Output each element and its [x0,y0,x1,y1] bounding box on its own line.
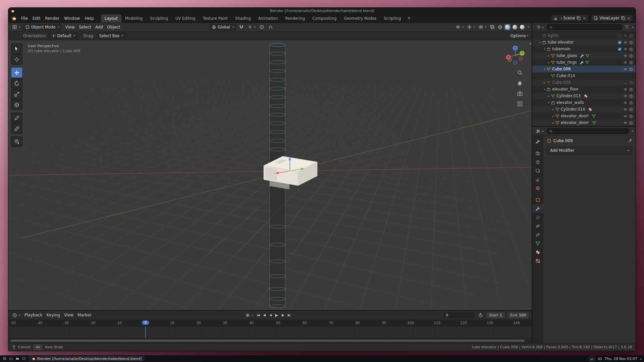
outliner-search-input[interactable] [554,25,620,29]
outliner-row[interactable]: ▸elevator_doorr [532,119,636,126]
properties-tab-constraints[interactable] [532,230,543,239]
viewport-menu-select[interactable]: Select [77,24,93,30]
taskbar-folder-icon[interactable] [15,357,19,361]
options-dropdown[interactable]: Options▾ [511,34,528,38]
outliner-row[interactable]: ▸Cube.010 [532,79,636,86]
outliner-row[interactable]: lights [532,32,636,39]
timeline-editor-type-button[interactable]: ▾ [11,312,21,318]
viewport-menu-object[interactable]: Object [105,24,122,30]
expand-arrow[interactable]: ▸ [551,108,555,111]
jump-to-start-button[interactable]: |◀ [255,312,261,318]
eye-icon[interactable] [623,47,628,51]
tool-measure[interactable] [11,123,22,134]
tool-rotate[interactable] [11,78,22,88]
outliner-row[interactable]: ▸Cylinder.014 [532,106,636,113]
outliner-row[interactable]: Cube.014 [532,72,636,79]
properties-tab-physics[interactable] [532,222,543,230]
workspace-tab-scripting[interactable]: Scripting [380,14,405,22]
expand-arrow[interactable]: ▸ [551,121,555,124]
outliner-filter-dropdown[interactable]: ▾ [632,26,633,29]
tool-annotate[interactable] [11,113,22,123]
timeline-menu-keying[interactable]: Keying [45,312,62,318]
collapse-arrow[interactable]: ▾ [538,41,542,44]
mode-dropdown[interactable]: Object Mode▾ [23,24,61,31]
eye-icon[interactable] [623,101,628,105]
menu-help[interactable]: Help [82,15,96,21]
preview-range-toggle[interactable] [477,312,484,318]
workspace-tab-animation[interactable]: Animation [255,14,282,22]
pan-hand-icon[interactable] [517,80,523,86]
eye-icon[interactable] [623,67,628,71]
timeline-tracks[interactable] [8,326,532,338]
checkbox-checked-icon[interactable] [618,40,622,45]
expand-arrow[interactable]: ▸ [547,95,551,98]
eye-icon[interactable] [623,94,628,98]
shading-material-button[interactable] [512,24,518,30]
camera-icon[interactable] [629,34,633,38]
camera-icon[interactable] [629,94,633,98]
navigation-gizmo[interactable]: Z X Y [504,44,526,66]
object-type-visibility-dropdown[interactable]: ▾ [454,24,465,30]
shading-wireframe-button[interactable] [497,24,503,30]
camera-icon[interactable] [629,60,633,65]
unlink-scene-button[interactable]: × [582,16,586,20]
scene-selector[interactable]: ▾ Scene × [551,15,588,21]
eye-icon[interactable] [623,87,628,92]
proportional-edit-toggle[interactable] [258,24,265,30]
proportional-falloff-dropdown[interactable] [267,24,274,30]
workspace-tab-layout[interactable]: Layout [101,14,121,22]
jump-to-end-button[interactable]: ▶| [286,312,292,318]
outliner-row[interactable]: ▸Cylinder.013 [532,93,636,99]
collapse-arrow[interactable]: ▾ [547,101,551,104]
workspace-tab-geometry-nodes[interactable]: Geometry Nodes [340,14,380,22]
checkbox-empty-icon[interactable] [618,34,622,38]
timeline-menu-marker[interactable]: Marker [75,312,93,318]
drag-dropdown[interactable]: Select Box▾ [97,33,126,39]
add-modifier-button[interactable]: Add Modifier ▾ [547,146,632,155]
properties-tab-particles[interactable] [532,213,543,222]
workspace-tab-texture-paint[interactable]: Texture Paint [199,14,231,22]
eye-icon[interactable] [623,107,628,112]
properties-editor-type-button[interactable]: ▾ [535,128,545,134]
copy-view-layer-icon[interactable] [621,16,626,20]
blender-menu-icon[interactable] [11,15,17,21]
camera-icon[interactable] [629,67,633,71]
properties-search-input[interactable] [554,129,627,133]
next-keyframe-button[interactable]: |▶ [280,312,286,318]
snap-toggle[interactable] [238,24,245,30]
menu-render[interactable]: Render [43,15,62,21]
eye-icon[interactable] [623,54,628,58]
add-workspace-button[interactable]: + [405,14,413,22]
eye-icon[interactable] [623,40,628,45]
properties-tab-object-data[interactable] [532,239,543,248]
workspace-tab-compositing[interactable]: Compositing [309,14,340,22]
current-frame-field[interactable]: 0 [443,312,475,318]
camera-icon[interactable] [629,101,633,105]
outliner-row[interactable]: ▸tube_glass [532,52,636,59]
zoom-icon[interactable] [517,70,523,76]
camera-icon[interactable] [629,47,633,51]
camera-icon[interactable] [629,121,633,125]
previous-keyframe-button[interactable]: ◀| [261,312,267,318]
viewport-menu-add[interactable]: Add [93,24,105,30]
camera-icon[interactable] [629,114,633,118]
expand-arrow[interactable]: ▸ [547,54,551,57]
properties-tab-texture[interactable] [532,256,543,265]
camera-icon[interactable] [629,87,633,92]
properties-tab-render[interactable] [532,149,543,158]
properties-tab-modifiers[interactable] [532,204,543,213]
orientation-dropdown[interactable]: Default▾ [49,33,77,39]
shading-dropdown[interactable]: ▾ [528,25,529,28]
tool-move[interactable] [11,67,22,78]
filter-funnel-icon[interactable] [625,25,629,29]
play-reverse-button[interactable]: ◀ [268,312,273,318]
properties-tab-material[interactable] [532,248,543,256]
keyboard-icon[interactable] [598,357,602,361]
remove-view-layer-button[interactable]: × [627,16,631,20]
view-layer-selector[interactable]: ViewLayer × [591,15,633,21]
viewport-canvas[interactable]: User Perspective (0) tube elevator | Cub… [8,40,532,310]
checkbox-checked-icon[interactable] [618,47,622,51]
outliner-row[interactable]: ▾elevator_floor [532,86,636,93]
taskbar-window-entry[interactable]: Blender [/home/amalie/Desktop/blender/ta… [29,356,145,361]
timeline-menu-playback[interactable]: Playback [22,312,45,318]
